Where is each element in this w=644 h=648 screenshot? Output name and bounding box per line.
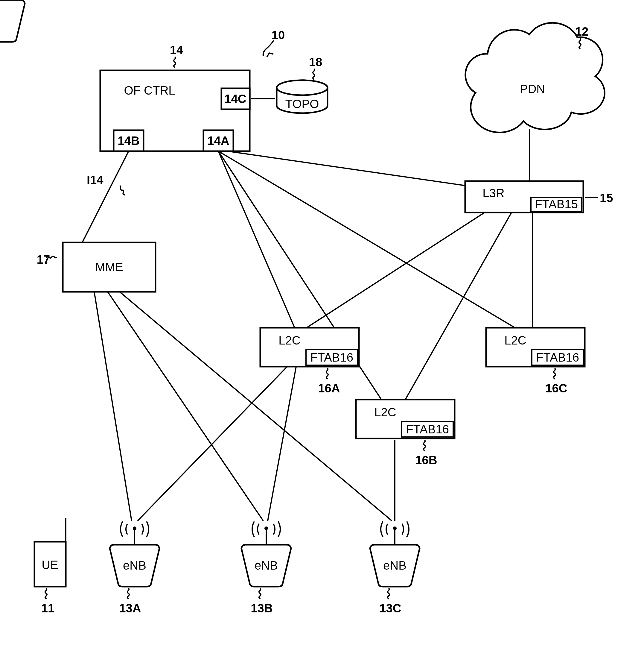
l3r-label: L3R <box>482 186 504 200</box>
mme-label: MME <box>95 260 123 274</box>
mme-node: MME <box>63 242 156 292</box>
of-ctrl-node: OF CTRL 14C 14B 14A <box>100 70 250 151</box>
ref-16c: 16C <box>545 382 567 395</box>
pdn-cloud: PDN <box>465 23 605 132</box>
port-14c: 14C <box>224 92 246 105</box>
of-ctrl-label: OF CTRL <box>124 84 175 97</box>
svg-line-3 <box>218 151 518 329</box>
ref-15: 15 <box>600 191 613 204</box>
svg-line-6 <box>307 213 484 328</box>
enb-b: eNB <box>241 522 291 587</box>
svg-line-13 <box>268 367 296 521</box>
ref-10: 10 <box>272 29 285 42</box>
svg-line-11 <box>120 292 392 521</box>
l2c-node-b: L2C FTAB16 <box>356 399 455 438</box>
ref-16a: 16A <box>318 382 340 395</box>
l3r-node: L3R FTAB15 <box>465 181 583 213</box>
l2c-c-label: L2C <box>504 334 526 347</box>
ue-label: UE <box>42 558 58 572</box>
svg-line-1 <box>218 151 295 328</box>
l2c-a-label: L2C <box>279 334 300 347</box>
enb-c: eNB <box>370 522 420 587</box>
svg-line-7 <box>405 213 512 399</box>
ref-12: 12 <box>575 25 589 38</box>
enb-a: eNB <box>110 522 160 587</box>
svg-point-21 <box>277 80 328 95</box>
l2c-b-label: L2C <box>374 406 396 419</box>
l2c-c-ftab: FTAB16 <box>536 351 579 364</box>
ref-11: 11 <box>41 602 55 615</box>
svg-line-4 <box>227 151 465 185</box>
svg-line-9 <box>94 292 132 521</box>
port-14b: 14B <box>118 134 139 147</box>
ref-13c: 13C <box>379 602 401 615</box>
enb-b-label: eNB <box>254 559 278 572</box>
l2c-node-a: L2C FTAB16 <box>260 328 359 367</box>
ref-13a: 13A <box>119 602 141 615</box>
svg-line-0 <box>82 151 129 242</box>
ref-13b: 13B <box>251 602 273 615</box>
l2c-a-ftab: FTAB16 <box>310 351 353 364</box>
topo-label: TOPO <box>285 97 319 110</box>
ref-18: 18 <box>309 55 323 68</box>
l3r-ftab: FTAB15 <box>535 198 578 211</box>
ref-16b: 16B <box>415 453 437 467</box>
link-i14: I14 <box>87 173 104 186</box>
l2c-b-ftab: FTAB16 <box>406 423 449 436</box>
l2c-node-c: L2C FTAB16 <box>486 328 585 367</box>
enb-a-label: eNB <box>123 559 146 572</box>
port-14a: 14A <box>207 134 229 147</box>
svg-line-10 <box>108 292 263 521</box>
ref-17: 17 <box>37 253 50 266</box>
ue-node: UE <box>35 518 66 587</box>
svg-line-12 <box>137 367 287 521</box>
ref-14: 14 <box>170 43 183 57</box>
pdn-label: PDN <box>520 82 545 96</box>
topo-db: TOPO <box>277 80 328 113</box>
enb-c-label: eNB <box>383 559 407 572</box>
network-diagram: OF CTRL 14C 14B 14A 14 10 TOPO 18 PDN 12… <box>0 0 644 648</box>
